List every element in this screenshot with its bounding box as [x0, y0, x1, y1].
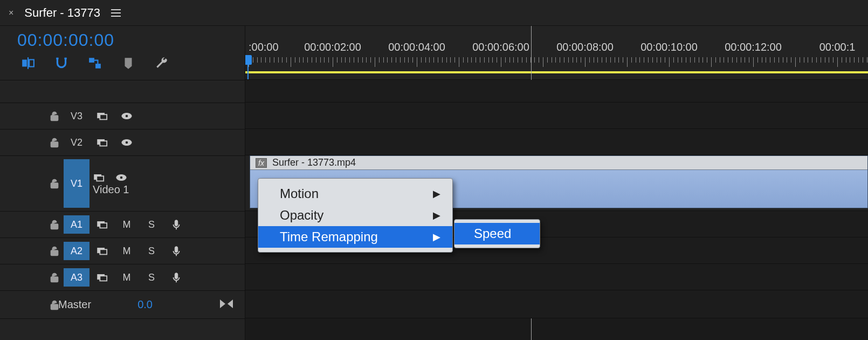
voice-over-icon[interactable]: [164, 245, 189, 257]
playhead[interactable]: [247, 56, 249, 79]
panel-title: Surfer - 13773: [24, 6, 100, 20]
track-lane-a3[interactable]: [245, 264, 868, 290]
track-label[interactable]: V1: [64, 159, 89, 208]
svg-rect-6: [95, 64, 101, 69]
timeline-left-panel: 00:00:00:00: [0, 26, 245, 340]
context-menu-item-opacity[interactable]: Opacity ▶: [258, 205, 452, 226]
track-headers: V3 V2 V1 Video 1: [0, 80, 245, 340]
track-header-a1[interactable]: A1 M S: [0, 212, 245, 238]
track-header-master[interactable]: Master 0.0: [0, 291, 245, 319]
solo-button[interactable]: S: [139, 219, 164, 230]
menu-item-label: Motion: [280, 186, 319, 201]
sync-lock-icon[interactable]: [89, 219, 114, 230]
svg-rect-17: [51, 183, 58, 188]
settings-wrench-icon[interactable]: [154, 56, 169, 71]
track-name: Video 1: [93, 183, 129, 196]
voice-over-icon[interactable]: [164, 271, 189, 283]
menu-item-label: Opacity: [280, 208, 323, 223]
track-label[interactable]: V3: [64, 107, 89, 125]
fx-badge[interactable]: fx: [256, 158, 267, 168]
panel-titlebar: × Surfer - 13773: [0, 0, 868, 26]
sync-lock-icon[interactable]: [89, 245, 114, 257]
lock-icon[interactable]: [45, 245, 64, 257]
ruler-labels: :00:0000:00:02:0000:00:04:0000:00:06:000…: [245, 41, 868, 55]
sync-lock-icon[interactable]: [89, 137, 114, 148]
svg-rect-29: [100, 249, 107, 254]
time-ruler[interactable]: :00:0000:00:02:0000:00:04:0000:00:06:000…: [245, 26, 868, 80]
track-header-a3[interactable]: A3 M S: [0, 264, 245, 291]
snap-magnet-icon[interactable]: [54, 56, 69, 71]
menu-item-label: Speed: [474, 226, 511, 241]
track-label[interactable]: A3: [64, 268, 89, 287]
svg-rect-12: [51, 142, 58, 147]
solo-button[interactable]: S: [139, 272, 164, 283]
svg-rect-7: [51, 115, 58, 120]
insert-overwrite-toggle-icon[interactable]: [20, 56, 36, 71]
toggle-visibility-icon[interactable]: [114, 137, 139, 148]
master-level[interactable]: 0.0: [137, 298, 153, 311]
context-menu-item-time-remapping[interactable]: Time Remapping ▶: [258, 226, 452, 248]
solo-button[interactable]: S: [139, 246, 164, 257]
lock-icon[interactable]: [45, 178, 64, 189]
work-area-bar[interactable]: [245, 71, 868, 73]
mute-button[interactable]: M: [114, 272, 139, 283]
svg-rect-0: [22, 60, 27, 67]
clip-context-menu[interactable]: Motion ▶ Opacity ▶ Time Remapping ▶: [258, 178, 453, 253]
sync-lock-icon[interactable]: [89, 110, 114, 122]
svg-rect-27: [51, 250, 58, 255]
submenu-item-speed[interactable]: Speed: [454, 223, 540, 244]
track-lane-v3[interactable]: [245, 103, 868, 129]
toggle-visibility-icon[interactable]: [115, 172, 127, 183]
track-header-v3[interactable]: V3: [0, 103, 245, 130]
track-lane-master[interactable]: [245, 290, 868, 318]
track-label[interactable]: A2: [64, 242, 89, 260]
master-label: Master: [58, 298, 91, 311]
panel-menu-button[interactable]: [111, 9, 121, 17]
ruler-label: 00:00:10:00: [640, 41, 698, 53]
svg-rect-22: [51, 224, 58, 229]
track-label[interactable]: V2: [64, 133, 89, 152]
svg-rect-5: [89, 58, 94, 63]
lock-icon[interactable]: [45, 137, 64, 148]
timeline-toolbar: [17, 56, 245, 71]
sync-lock-icon[interactable]: [93, 172, 105, 183]
context-menu-item-motion[interactable]: Motion ▶: [258, 183, 452, 205]
svg-rect-9: [100, 114, 107, 119]
sync-lock-icon[interactable]: [89, 271, 114, 283]
clip-header: fx Surfer - 13773.mp4: [250, 156, 867, 170]
voice-over-icon[interactable]: [164, 219, 189, 230]
lock-icon[interactable]: [45, 219, 64, 230]
ruler-label: 00:00:02:00: [304, 41, 361, 53]
track-header-v2[interactable]: V2: [0, 130, 245, 156]
svg-rect-19: [97, 176, 104, 181]
svg-rect-34: [100, 276, 107, 281]
ruler-label: 00:00:06:00: [472, 41, 529, 53]
clip-name: Surfer - 13773.mp4: [272, 157, 356, 168]
svg-rect-37: [51, 304, 58, 309]
context-submenu[interactable]: Speed: [454, 219, 540, 248]
mute-button[interactable]: M: [114, 219, 139, 230]
toggle-visibility-icon[interactable]: [114, 110, 139, 122]
track-label[interactable]: A1: [64, 215, 89, 234]
track-header-a2[interactable]: A2 M S: [0, 238, 245, 264]
svg-point-16: [125, 141, 128, 144]
ruler-ticks: [245, 57, 868, 72]
svg-rect-24: [100, 223, 107, 228]
lock-icon[interactable]: [45, 110, 64, 122]
track-name-area: Video 1: [89, 172, 129, 196]
timecode-toolbar-area: 00:00:00:00: [0, 26, 245, 80]
svg-point-21: [120, 176, 123, 179]
mute-button[interactable]: M: [114, 246, 139, 257]
lock-icon[interactable]: [45, 271, 64, 283]
track-spacer: [0, 80, 245, 103]
track-lane-v2[interactable]: [245, 129, 868, 155]
current-timecode[interactable]: 00:00:00:00: [17, 30, 245, 50]
close-panel-button[interactable]: ×: [5, 8, 17, 18]
linked-selection-icon[interactable]: [87, 56, 102, 71]
svg-rect-32: [51, 277, 58, 282]
collapse-expand-icon[interactable]: [219, 298, 234, 311]
track-header-v1[interactable]: V1 Video 1: [0, 156, 245, 212]
marker-icon[interactable]: [121, 56, 136, 71]
menu-item-label: Time Remapping: [280, 229, 378, 244]
ruler-label: 00:00:08:00: [556, 41, 614, 53]
